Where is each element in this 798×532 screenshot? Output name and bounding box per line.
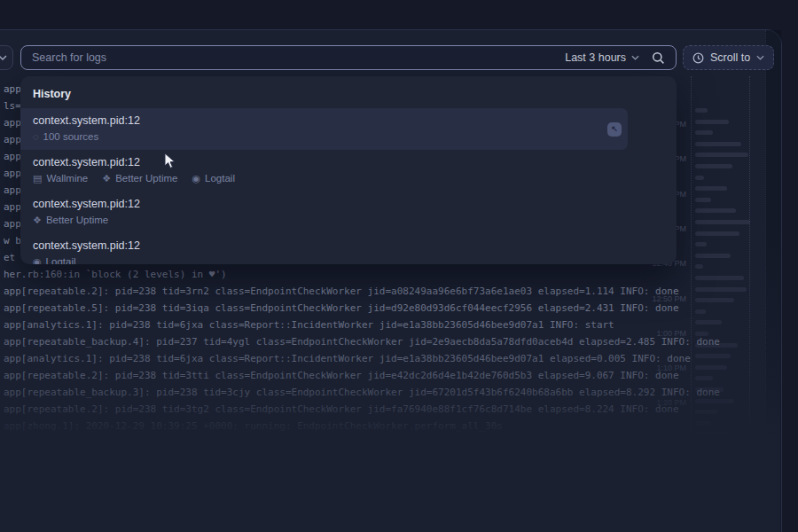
column-separator xyxy=(691,76,692,527)
time-label: 1:10 PM xyxy=(656,364,686,372)
minimap-bar xyxy=(695,231,739,236)
log-line[interactable]: app[repeatable.2]: pid=238 tid=3tru clas… xyxy=(4,434,677,451)
time-label: 12:50 PM xyxy=(652,294,686,303)
log-line[interactable]: app[repeatable.5]: pid=238 tid=3iqa clas… xyxy=(4,300,677,317)
scrollbar-track[interactable] xyxy=(765,30,781,532)
minimap-bar xyxy=(695,220,750,224)
minimap-bar xyxy=(695,108,708,113)
minimap-bar xyxy=(695,365,727,370)
sources-count-icon: ◌ xyxy=(33,132,39,142)
wallmine-icon: ▤ xyxy=(33,174,42,184)
minimap-bar xyxy=(695,455,715,459)
history-item[interactable]: context.system.pid:12◌100 sources↖ xyxy=(20,108,628,150)
time-label: 1:30 PM xyxy=(656,434,686,442)
insert-query-button[interactable]: ↖ xyxy=(607,122,622,137)
minimap-bar xyxy=(695,186,727,191)
log-line[interactable]: app[repeatable_backup.3]: pid=238 tid=3b… xyxy=(4,451,677,468)
history-query: context.system.pid:12 xyxy=(33,239,664,252)
chevron-down-icon xyxy=(756,55,764,60)
source-chip: ▤Wallmine xyxy=(33,173,88,184)
source-chip: ◉Logtail xyxy=(33,256,76,264)
search-button[interactable] xyxy=(648,50,669,66)
chevron-down-icon xyxy=(631,55,639,60)
chevron-down-icon xyxy=(0,55,7,60)
minimap-bar xyxy=(695,264,703,269)
clock-icon xyxy=(692,52,704,64)
minimap-bar xyxy=(695,287,747,292)
minimap-bar xyxy=(695,354,731,358)
history-query: context.system.pid:12 xyxy=(33,114,615,127)
log-line[interactable]: app[repeatable.2]: pid=238 tid=3tti clas… xyxy=(4,367,677,384)
search-input[interactable]: Search for logs xyxy=(32,51,106,64)
search-bar[interactable]: Search for logs Last 3 hours xyxy=(20,45,677,70)
minimap-bar xyxy=(695,242,707,246)
better-uptime-icon: ❖ xyxy=(33,215,42,225)
scroll-to-button[interactable]: Scroll to xyxy=(683,45,774,70)
source-label: Logtail xyxy=(46,256,76,264)
minimap-bar xyxy=(695,309,706,314)
toolbar: Search for logs Last 3 hours xyxy=(0,45,781,70)
history-item[interactable]: context.system.pid:12▤Wallmine❖Better Up… xyxy=(20,150,677,192)
time-range-selector[interactable]: Last 3 hours xyxy=(556,51,648,64)
history-query: context.system.pid:12 xyxy=(33,156,664,168)
history-query: context.system.pid:12 xyxy=(33,198,664,210)
source-label: Better Uptime xyxy=(46,215,108,225)
history-title: History xyxy=(33,88,677,100)
log-line[interactable]: app[repeatable.2]: pid=238 tid=3tg2 clas… xyxy=(4,401,677,418)
logtail-icon: ◉ xyxy=(33,257,42,265)
minimap-bar xyxy=(695,387,724,392)
search-icon xyxy=(652,51,665,65)
time-label: 1:40 PM xyxy=(656,468,686,477)
history-sources: ◉Logtail xyxy=(33,256,664,264)
history-sources: ❖Better Uptime xyxy=(33,215,664,225)
history-item-list: context.system.pid:12◌100 sources↖contex… xyxy=(20,108,677,264)
log-line[interactable]: app[analytics.1]: pid=238 tid=6jxa class… xyxy=(4,317,677,333)
source-chip: ❖Better Uptime xyxy=(102,173,177,184)
minimap-bar xyxy=(695,198,711,202)
time-label: 1:20 PM xyxy=(656,398,686,407)
mouse-cursor xyxy=(164,153,176,169)
log-line[interactable]: app[zhong.1]: 2020-12-29 10:39:25 +0000:… xyxy=(4,418,677,434)
log-viewer-card: app[rls=rapp[app[app[app[app[app[app[w b… xyxy=(0,29,782,532)
log-line[interactable]: her.rb:160:in `block (2 levels) in ♥') xyxy=(4,266,677,283)
time-label: 1:00 PM xyxy=(656,329,686,338)
history-sources: ◌100 sources xyxy=(33,131,615,142)
source-chip: ◉Logtail xyxy=(192,173,235,184)
column-separator xyxy=(749,76,750,527)
history-sources: ▤Wallmine❖Better Uptime◉Logtail xyxy=(33,173,664,184)
source-label: 100 sources xyxy=(43,131,99,142)
minimap-bar xyxy=(695,164,732,168)
source-chip: ❖Better Uptime xyxy=(33,215,108,225)
source-label: Better Uptime xyxy=(115,173,177,184)
minimap-bar xyxy=(695,130,713,135)
minimap-bar xyxy=(695,376,713,380)
minimap-bar xyxy=(695,298,734,302)
better-uptime-icon: ❖ xyxy=(102,174,111,184)
minimap-bar xyxy=(695,153,748,157)
log-line[interactable]: app[analytics.1]: pid=238 tid=6jxa class… xyxy=(4,350,677,367)
history-dropdown: History context.system.pid:12◌100 source… xyxy=(20,76,677,264)
source-chip: ◌100 sources xyxy=(33,131,98,142)
source-label: Wallmine xyxy=(46,173,88,184)
minimap-bar xyxy=(695,343,738,348)
minimap-bar xyxy=(695,477,718,481)
minimap-bar xyxy=(695,399,734,403)
scroll-to-label: Scroll to xyxy=(710,51,750,64)
minimap-bar xyxy=(695,120,729,124)
history-item[interactable]: context.system.pid:12❖Better Uptime xyxy=(20,192,677,233)
minimap-bar xyxy=(695,466,724,470)
log-line[interactable]: app[repeatable_backup.4]: pid=237 tid=4y… xyxy=(4,333,677,350)
minimap-bar xyxy=(695,276,744,280)
minimap-bar xyxy=(695,421,711,426)
time-range-value: Last 3 hours xyxy=(565,51,626,64)
minimap-bar xyxy=(695,142,741,146)
collapse-search-button[interactable] xyxy=(0,45,13,70)
logtail-icon: ◉ xyxy=(192,174,200,184)
minimap-bar xyxy=(695,332,708,336)
log-viewer-screen: app[rls=rapp[app[app[app[app[app[app[w b… xyxy=(0,0,798,532)
log-line[interactable]: app[repeatable.2]: pid=238 tid=3rn2 clas… xyxy=(4,283,677,300)
history-item[interactable]: context.system.pid:12◉Logtail xyxy=(20,233,677,264)
source-label: Logtail xyxy=(205,173,235,184)
minimap-bar xyxy=(695,443,720,448)
log-line[interactable]: app[repeatable_backup.3]: pid=238 tid=3c… xyxy=(4,384,677,401)
